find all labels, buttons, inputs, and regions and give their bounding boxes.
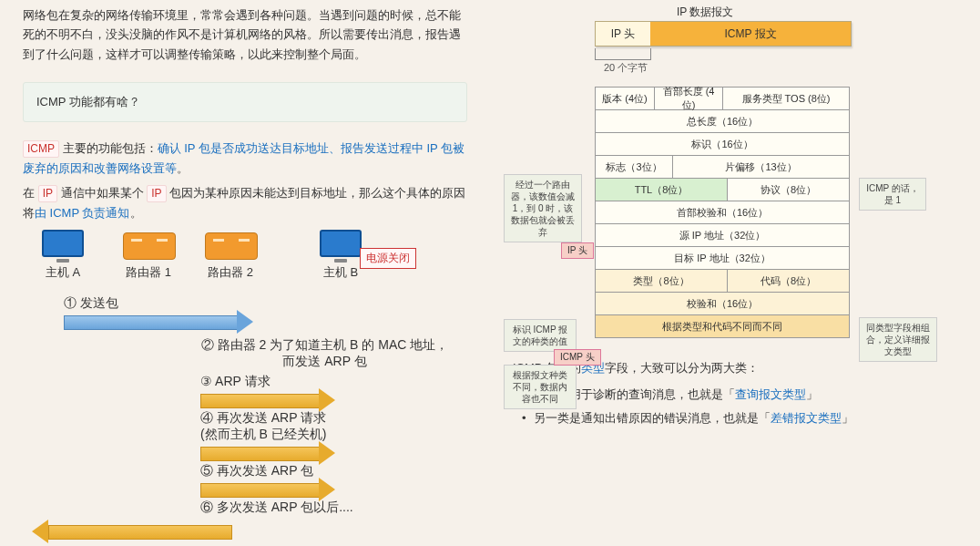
computer-icon <box>41 230 85 261</box>
field-frag-offset: 片偏移（13位） <box>673 156 849 178</box>
arrow-step5 <box>64 479 467 500</box>
field-identification: 标识（16位） <box>596 133 849 155</box>
field-total-length: 总长度（16位） <box>596 110 849 132</box>
note-ttl: 经过一个路由器，该数值会减 1，到 0 时，该数据包就会被丢弃 <box>504 174 582 242</box>
icmp-notify-highlight: 由 ICMP 负责通知 <box>35 206 130 220</box>
field-ttl: TTL（8位） <box>596 179 728 201</box>
router-icon <box>123 230 174 261</box>
note-code: 同类型字段相组合，定义详细报文类型 <box>859 317 937 362</box>
field-header-checksum: 首部校验和（16位） <box>596 201 849 223</box>
field-flags: 标志（3位） <box>596 156 673 178</box>
field-version: 版本 (4位) <box>596 88 655 109</box>
icmp-pill: ICMP <box>23 140 59 158</box>
tag-ip-header: IP 头 <box>561 242 594 259</box>
note-protocol: ICMP 的话，是 1 <box>859 178 926 211</box>
icmp-type-list: 一类是用于诊断的查询消息，也就是「查询报文类型」 另一类是通知出错原因的错误消息… <box>522 386 957 427</box>
icmp-notify-paragraph: 在 IP 通信中如果某个 IP 包因为某种原因未能达到目标地址，那么这个具体的原… <box>23 183 467 222</box>
field-icmp-checksum: 校验和（16位） <box>596 293 849 314</box>
arrow-step7 <box>32 521 467 541</box>
ip-datagram-label: IP 数据报文 <box>677 5 733 20</box>
step-2-label: ② 路由器 2 为了知道主机 B 的 MAC 地址，而发送 ARP 包 <box>182 337 467 370</box>
list-item: 一类是用于诊断的查询消息，也就是「查询报文类型」 <box>522 386 957 403</box>
arrow-step3 <box>64 390 467 410</box>
step-1-label: ① 发送包 <box>64 295 467 312</box>
router-1-node: 路由器 1 <box>123 230 174 281</box>
field-src-ip: 源 IP 地址（32位） <box>596 224 849 246</box>
list-item: 另一类是通知出错原因的错误消息，也就是「差错报文类型」 <box>522 410 957 427</box>
field-icmp-data: 根据类型和代码不同而不同 <box>596 315 849 337</box>
bar-ip-header: IP 头 <box>596 22 650 46</box>
arrow-step1 <box>64 312 467 332</box>
field-tos: 服务类型 TOS (8位) <box>723 88 849 109</box>
ip-icmp-header-diagram: IP 数据报文 IP 头 ICMP 报文 20 个字节 经过一个路由器，该数值会… <box>513 5 957 338</box>
header-fields-table: 版本 (4位)首部长度 (4位)服务类型 TOS (8位) 总长度（16位） 标… <box>595 87 850 338</box>
router-icon <box>205 230 256 261</box>
icmp-flow-diagram: 主机 A 路由器 1 路由器 2 主机 B 电源关闭 ① 发送包 ② 路由器 2… <box>23 230 467 546</box>
power-off-tag: 电源关闭 <box>360 248 416 269</box>
tag-icmp-header: ICMP 头 <box>554 349 601 366</box>
step-4-label: ④ 再次发送 ARP 请求(然而主机 B 已经关机) <box>200 410 467 443</box>
ip-pill-2: IP <box>147 185 166 202</box>
host-a-node: 主机 A <box>41 230 85 281</box>
query-type-link[interactable]: 查询报文类型 <box>735 387 806 401</box>
error-type-link[interactable]: 差错报文类型 <box>771 411 842 425</box>
brace-label: 20 个字节 <box>604 61 648 75</box>
note-content: 根据报文种类不同，数据内容也不同 <box>504 365 577 409</box>
callout-icmp-functions: ICMP 功能都有啥？ <box>23 82 467 122</box>
icmp-function-paragraph: ICMP 主要的功能包括：确认 IP 包是否成功送达目标地址、报告发送过程中 I… <box>23 139 467 178</box>
computer-icon <box>319 230 362 261</box>
field-ihl: 首部长度 (4位) <box>655 88 723 109</box>
field-icmp-code: 代码（8位） <box>728 270 849 292</box>
arrow-step4 <box>64 443 467 463</box>
ip-pill: IP <box>38 185 57 202</box>
step-6-label: ⑥ 多次发送 ARP 包以后.... <box>200 500 467 516</box>
host-b-node: 主机 B <box>319 230 362 281</box>
router-2-node: 路由器 2 <box>205 230 256 281</box>
field-protocol: 协议（8位） <box>728 179 849 201</box>
datagram-bar: IP 头 ICMP 报文 <box>595 21 852 46</box>
intro-paragraph: 网络包在复杂的网络传输环境里，常常会遇到各种问题。当遇到问题的时候，总不能死的不… <box>23 5 467 64</box>
note-type: 标识 ICMP 报文的种类的值 <box>504 319 577 352</box>
brace-20bytes <box>595 48 651 60</box>
field-dst-ip: 目标 IP 地址（32位） <box>596 247 849 269</box>
bar-icmp-body: ICMP 报文 <box>650 22 851 46</box>
field-icmp-type: 类型（8位） <box>596 270 728 292</box>
